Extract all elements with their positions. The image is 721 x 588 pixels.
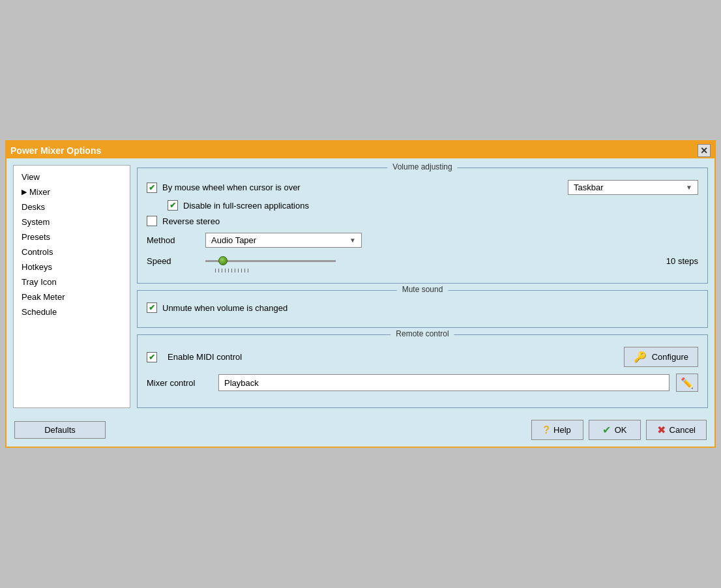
footer-right: ? Help ✔ OK ✖ Cancel — [531, 420, 707, 440]
reverse-stereo-row: Reverse stereo — [147, 216, 698, 226]
slider-line — [205, 260, 336, 262]
key-icon: 🔑 — [634, 351, 647, 363]
dialog-title: Power Mixer Options — [10, 145, 101, 156]
enable-midi-label: Enable MIDI control — [168, 352, 242, 362]
cancel-label: Cancel — [670, 425, 696, 435]
steps-label: 10 steps — [666, 256, 698, 266]
sidebar-label-desks: Desks — [22, 202, 45, 212]
reverse-stereo-checkbox[interactable] — [147, 216, 157, 226]
edit-mixer-control-button[interactable]: ✏️ — [676, 374, 698, 392]
unmute-checkbox[interactable] — [147, 302, 157, 313]
configure-label: Configure — [652, 352, 688, 362]
taskbar-dropdown-arrow: ▼ — [686, 184, 692, 191]
main-content: Volume adjusting By mouse wheel when cur… — [137, 165, 708, 408]
sidebar: View ▶ Mixer Desks System Presets Contro… — [13, 165, 130, 408]
defaults-label: Defaults — [44, 425, 76, 435]
reverse-stereo-label: Reverse stereo — [162, 216, 220, 226]
unmute-row: Unmute when volume is changed — [147, 302, 698, 313]
ok-icon: ✔ — [602, 424, 611, 436]
sidebar-label-controls: Controls — [22, 247, 53, 257]
dialog-body: View ▶ Mixer Desks System Presets Contro… — [7, 158, 714, 415]
mixer-control-input[interactable] — [218, 374, 670, 391]
sidebar-label-mixer: Mixer — [29, 187, 50, 197]
method-dropdown-arrow: ▼ — [349, 237, 356, 244]
sidebar-arrow-mixer: ▶ — [22, 188, 27, 196]
sidebar-item-tray-icon[interactable]: Tray Icon — [14, 274, 130, 289]
method-dropdown[interactable]: Audio Taper ▼ — [205, 233, 362, 248]
defaults-button[interactable]: Defaults — [14, 421, 106, 439]
sidebar-item-view[interactable]: View — [14, 169, 130, 184]
speed-slider-container — [205, 254, 634, 267]
sidebar-item-system[interactable]: System — [14, 214, 130, 229]
volume-adjusting-section: Volume adjusting By mouse wheel when cur… — [137, 168, 708, 284]
dialog-footer: Defaults ? Help ✔ OK ✖ Cancel — [7, 415, 714, 447]
speed-slider[interactable] — [205, 254, 336, 267]
mute-sound-legend: Mute sound — [397, 285, 449, 294]
sidebar-label-tray-icon: Tray Icon — [22, 277, 57, 287]
cancel-button[interactable]: ✖ Cancel — [646, 420, 707, 440]
method-label: Method — [147, 235, 199, 245]
help-label: Help — [553, 425, 571, 435]
disable-fullscreen-label: Disable in full-screen applications — [183, 201, 309, 211]
sidebar-item-mixer[interactable]: ▶ Mixer — [14, 184, 130, 199]
sidebar-label-schedule: Schedule — [22, 307, 57, 317]
by-mouse-wheel-label: By mouse wheel when cursor is over — [162, 183, 301, 192]
sidebar-item-hotkeys[interactable]: Hotkeys — [14, 259, 130, 274]
configure-button[interactable]: 🔑 Configure — [624, 347, 698, 367]
enable-midi-checkbox[interactable] — [147, 352, 157, 362]
sidebar-label-peak-meter: Peak Meter — [22, 292, 65, 302]
volume-adjusting-legend: Volume adjusting — [387, 162, 457, 171]
help-button[interactable]: ? Help — [531, 420, 583, 440]
sidebar-label-presets: Presets — [22, 232, 50, 242]
ok-label: OK — [615, 425, 627, 435]
sidebar-item-desks[interactable]: Desks — [14, 199, 130, 214]
enable-midi-left: Enable MIDI control — [147, 352, 242, 362]
unmute-label: Unmute when volume is changed — [162, 303, 287, 313]
enable-midi-row: Enable MIDI control 🔑 Configure — [147, 347, 698, 367]
sidebar-item-controls[interactable]: Controls — [14, 244, 130, 259]
cancel-icon: ✖ — [657, 424, 666, 436]
by-mouse-wheel-checkbox[interactable] — [147, 183, 157, 193]
mute-sound-section: Mute sound Unmute when volume is changed — [137, 290, 708, 328]
power-mixer-options-dialog: Power Mixer Options ✕ View ▶ Mixer Desks… — [5, 140, 716, 448]
taskbar-dropdown[interactable]: Taskbar ▼ — [568, 180, 698, 195]
sidebar-label-hotkeys: Hotkeys — [22, 262, 52, 272]
sidebar-label-system: System — [22, 217, 50, 227]
title-bar: Power Mixer Options ✕ — [7, 143, 714, 158]
footer-left: Defaults — [14, 421, 106, 439]
close-button[interactable]: ✕ — [698, 144, 711, 157]
ok-button[interactable]: ✔ OK — [589, 420, 641, 440]
sidebar-item-presets[interactable]: Presets — [14, 229, 130, 244]
sidebar-item-schedule[interactable]: Schedule — [14, 304, 130, 319]
speed-row: Speed — [147, 254, 698, 267]
mixer-control-label: Mixer control — [147, 378, 212, 388]
remote-control-legend: Remote control — [390, 329, 454, 338]
disable-fullscreen-checkbox[interactable] — [168, 200, 178, 211]
by-mouse-wheel-row: By mouse wheel when cursor is over Taskb… — [147, 180, 698, 195]
slider-thumb[interactable] — [218, 256, 228, 265]
disable-fullscreen-row: Disable in full-screen applications — [168, 200, 698, 211]
method-dropdown-value: Audio Taper — [211, 235, 256, 245]
sidebar-item-peak-meter[interactable]: Peak Meter — [14, 289, 130, 304]
method-row: Method Audio Taper ▼ — [147, 233, 698, 248]
speed-label: Speed — [147, 256, 199, 266]
help-icon: ? — [543, 424, 550, 436]
mixer-control-row: Mixer control ✏️ — [147, 374, 698, 392]
sidebar-label-view: View — [22, 172, 40, 182]
taskbar-dropdown-value: Taskbar — [574, 183, 604, 192]
remote-control-section: Remote control Enable MIDI control 🔑 Con… — [137, 334, 708, 408]
pencil-icon: ✏️ — [681, 377, 694, 389]
